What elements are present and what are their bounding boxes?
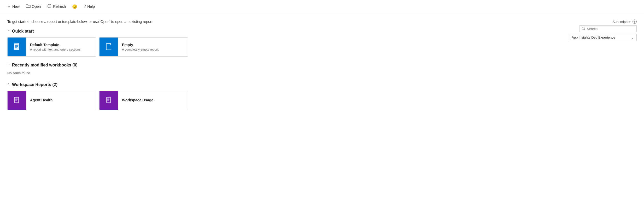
- help-icon: ?: [84, 4, 86, 9]
- document-icon: [12, 42, 22, 52]
- help-label: Help: [87, 4, 95, 9]
- subscription-label-group: Subscription i: [612, 20, 637, 24]
- help-button[interactable]: ? Help: [81, 3, 97, 10]
- subscription-label-text: Subscription: [612, 20, 631, 24]
- agent-health-card[interactable]: Agent Health: [7, 91, 96, 110]
- quick-start-cards: Default Template A report with text and …: [7, 37, 637, 57]
- workspace-reports-header[interactable]: ⌃ Workspace Reports (2): [7, 82, 637, 87]
- svg-rect-15: [107, 98, 110, 102]
- refresh-button[interactable]: Refresh: [44, 2, 68, 11]
- empty-template-text: Empty A completely empty report.: [118, 40, 163, 54]
- quick-start-section: ⌃ Quick start Default Template: [7, 29, 637, 57]
- quick-start-title: Quick start: [12, 29, 34, 34]
- default-template-subtitle: A report with text and query sections.: [30, 48, 81, 51]
- default-template-title: Default Template: [30, 43, 81, 47]
- top-controls: Subscription i App Insights Dev Experien…: [569, 20, 637, 41]
- workbook-icon: [12, 96, 22, 105]
- workspace-reports-toggle-icon: ⌃: [7, 83, 10, 87]
- default-template-icon-block: [8, 38, 26, 56]
- open-button[interactable]: Open: [23, 2, 43, 11]
- recently-modified-section: ⌃ Recently modified workbooks (0) No ite…: [7, 63, 637, 76]
- new-button[interactable]: ＋ New: [4, 2, 22, 11]
- intro-text: To get started, choose a report or templ…: [7, 20, 637, 24]
- subscription-info-icon[interactable]: i: [633, 20, 637, 24]
- recently-modified-toggle-icon: ⌃: [7, 63, 10, 67]
- default-template-text: Default Template A report with text and …: [26, 40, 85, 54]
- chevron-down-icon: ⌄: [631, 36, 634, 39]
- agent-health-title: Agent Health: [30, 98, 52, 102]
- open-icon: [26, 4, 31, 9]
- workspace-usage-card[interactable]: Workspace Usage: [99, 91, 188, 110]
- empty-template-title: Empty: [122, 43, 159, 47]
- agent-health-icon-block: [8, 91, 26, 110]
- quick-start-toggle-icon: ⌃: [7, 29, 10, 33]
- toolbar: ＋ New Open Refresh 🙂 ? Help: [0, 0, 644, 13]
- recently-modified-empty: No items found.: [7, 71, 637, 76]
- subscription-dropdown[interactable]: App Insights Dev Experience ⌄: [569, 34, 637, 41]
- svg-rect-19: [106, 98, 107, 102]
- subscription-value: App Insights Dev Experience: [572, 35, 615, 39]
- workspace-reports-section: ⌃ Workspace Reports (2) Agent Hea: [7, 82, 637, 110]
- search-box: [579, 25, 637, 32]
- svg-rect-9: [15, 98, 18, 102]
- refresh-icon: [47, 4, 52, 9]
- search-icon: [582, 27, 585, 31]
- recently-modified-header[interactable]: ⌃ Recently modified workbooks (0): [7, 63, 637, 67]
- main-content: To get started, choose a report or templ…: [0, 13, 644, 122]
- workspace-reports-cards: Agent Health Workspace Usage: [7, 91, 637, 110]
- workspace-usage-icon-block: [99, 91, 118, 110]
- workspace-usage-title: Workspace Usage: [122, 98, 153, 102]
- empty-document-icon: [104, 42, 114, 52]
- empty-template-icon-block: [99, 38, 118, 56]
- recently-modified-title: Recently modified workbooks (0): [12, 63, 78, 67]
- workspace-reports-title: Workspace Reports (2): [12, 82, 57, 87]
- empty-template-card[interactable]: Empty A completely empty report.: [99, 37, 188, 57]
- workbook-icon-2: [104, 96, 114, 105]
- svg-rect-13: [14, 98, 15, 102]
- quick-start-header[interactable]: ⌃ Quick start: [7, 29, 637, 34]
- agent-health-text: Agent Health: [26, 95, 56, 106]
- feedback-icon: 🙂: [72, 4, 77, 9]
- search-input[interactable]: [587, 27, 634, 31]
- default-template-card[interactable]: Default Template A report with text and …: [7, 37, 96, 57]
- workspace-usage-text: Workspace Usage: [118, 95, 157, 106]
- plus-icon: ＋: [7, 4, 11, 9]
- new-label: New: [12, 4, 20, 9]
- refresh-label: Refresh: [53, 4, 66, 9]
- svg-line-1: [584, 29, 585, 30]
- feedback-button[interactable]: 🙂: [69, 3, 80, 11]
- empty-template-subtitle: A completely empty report.: [122, 48, 159, 51]
- open-label: Open: [32, 4, 41, 9]
